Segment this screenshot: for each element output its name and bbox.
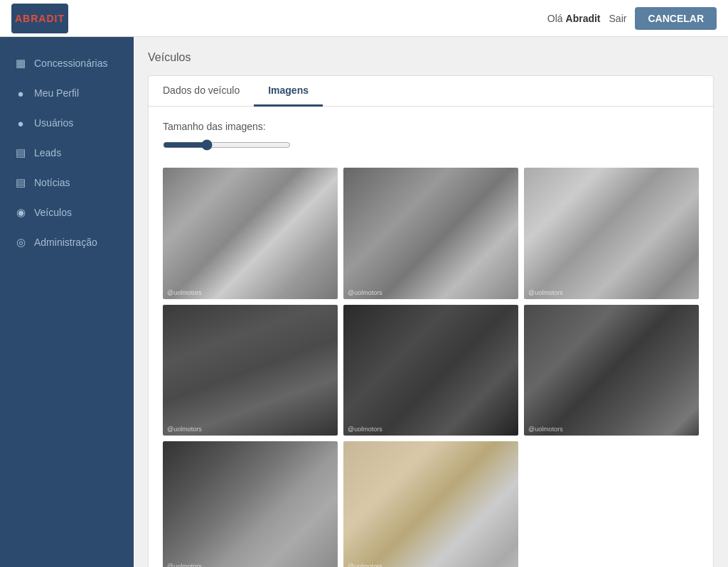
image-size-slider[interactable] — [163, 139, 291, 151]
sidebar-item-concessionarias[interactable]: ▦ Concessionárias — [0, 48, 134, 78]
content-panel: Dados do veículo Imagens Tamanho das ima… — [148, 75, 714, 567]
sidebar-item-label: Meu Perfil — [34, 87, 79, 99]
users-icon: ● — [14, 117, 27, 129]
car-silhouette-overlay — [524, 168, 699, 299]
sidebar-item-administracao[interactable]: ◎ Administração — [0, 227, 134, 257]
image-cell-8[interactable]: @uolmotors — [343, 441, 518, 567]
leads-icon: ▤ — [14, 146, 27, 159]
image-grid: @uolmotors@uolmotors@uolmotors@uolmotors… — [163, 168, 699, 567]
sidebar-item-label: Concessionárias — [34, 58, 108, 69]
sidebar-item-label: Veículos — [34, 207, 72, 218]
car-silhouette-overlay — [524, 305, 699, 436]
cancel-button[interactable]: CANCELAR — [635, 7, 717, 30]
slider-container — [163, 139, 699, 153]
logo: ABRADIT — [11, 4, 68, 33]
image-cell-5[interactable]: @uolmotors — [343, 305, 518, 436]
logo-area: ABRADIT — [11, 4, 68, 33]
image-cell-3[interactable]: @uolmotors — [524, 168, 699, 299]
sidebar-item-veiculos[interactable]: ◉ Veículos — [0, 198, 134, 227]
image-cell-1[interactable]: @uolmotors — [163, 168, 338, 299]
main-content: Veículos Dados do veículo Imagens Tamanh… — [134, 37, 728, 567]
sidebar-item-noticias[interactable]: ▤ Notícias — [0, 168, 134, 198]
app-header: ABRADIT Olá Abradit Sair CANCELAR — [0, 0, 728, 37]
sidebar: ▦ Concessionárias ● Meu Perfil ● Usuário… — [0, 37, 134, 567]
tab-bar: Dados do veículo Imagens — [149, 76, 713, 107]
sidebar-item-label: Notícias — [34, 177, 70, 188]
news-icon: ▤ — [14, 176, 27, 189]
logo-text: ABRADIT — [15, 13, 65, 24]
car-silhouette-overlay — [163, 441, 338, 567]
admin-icon: ◎ — [14, 236, 27, 249]
main-layout: ▦ Concessionárias ● Meu Perfil ● Usuário… — [0, 37, 728, 567]
sidebar-item-label: Usuários — [34, 117, 73, 129]
header-right: Olá Abradit Sair CANCELAR — [547, 7, 717, 30]
car-silhouette-overlay — [163, 305, 338, 436]
car-silhouette-overlay — [343, 168, 518, 299]
sidebar-item-usuarios[interactable]: ● Usuários — [0, 108, 134, 138]
image-cell-4[interactable]: @uolmotors — [163, 305, 338, 436]
image-size-label: Tamanho das imagens: — [163, 121, 699, 132]
car-silhouette-overlay — [343, 441, 518, 567]
image-cell-6[interactable]: @uolmotors — [524, 305, 699, 436]
grid-icon: ▦ — [14, 57, 27, 70]
breadcrumb: Veículos — [148, 51, 714, 64]
car-silhouette-overlay — [343, 305, 518, 436]
car-silhouette-overlay — [163, 168, 338, 299]
sidebar-item-leads[interactable]: ▤ Leads — [0, 138, 134, 168]
user-icon: ● — [14, 87, 27, 99]
car-icon: ◉ — [14, 206, 27, 219]
image-cell-7[interactable]: @uolmotors — [163, 441, 338, 567]
tab-dados-veiculo[interactable]: Dados do veículo — [149, 76, 254, 107]
sidebar-item-label: Leads — [34, 147, 61, 158]
image-cell-2[interactable]: @uolmotors — [343, 168, 518, 299]
header-greeting: Olá Abradit — [547, 13, 601, 24]
sidebar-item-meu-perfil[interactable]: ● Meu Perfil — [0, 78, 134, 108]
sidebar-item-label: Administração — [34, 237, 97, 248]
tab-imagens[interactable]: Imagens — [254, 76, 323, 107]
logout-link[interactable]: Sair — [609, 13, 627, 24]
panel-body: Tamanho das imagens: @uolmotors@uolmotor… — [149, 107, 713, 567]
